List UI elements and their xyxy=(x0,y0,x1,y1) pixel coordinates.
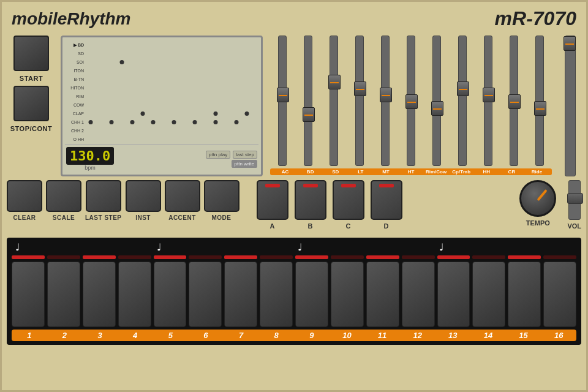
grid-cell[interactable] xyxy=(200,77,210,83)
grid-cell[interactable] xyxy=(138,94,148,100)
fader-rail-4[interactable] xyxy=(381,36,390,166)
grid-cell[interactable] xyxy=(169,128,179,134)
grid-cell[interactable] xyxy=(221,59,231,66)
grid-cell[interactable] xyxy=(179,59,189,66)
grid-cell[interactable] xyxy=(232,42,241,48)
step-pad-8[interactable] xyxy=(260,262,293,327)
grid-cell[interactable] xyxy=(242,119,252,126)
step-pad-6[interactable] xyxy=(189,262,222,327)
grid-cell[interactable] xyxy=(159,68,168,74)
grid-cell[interactable] xyxy=(138,68,148,74)
grid-cell[interactable] xyxy=(96,59,106,66)
grid-cell[interactable] xyxy=(148,85,158,91)
vol-slider-handle[interactable] xyxy=(567,193,583,204)
fader-thumb-6[interactable] xyxy=(431,101,443,116)
grid-cell[interactable] xyxy=(211,102,221,108)
grid-cell[interactable] xyxy=(107,128,116,134)
fader-rail-0[interactable] xyxy=(278,36,287,166)
grid-cell[interactable] xyxy=(211,42,221,48)
grid-cell[interactable] xyxy=(232,59,241,66)
grid-cell[interactable] xyxy=(138,102,148,108)
grid-cell[interactable] xyxy=(86,51,96,57)
mode-button[interactable] xyxy=(204,180,239,212)
grid-cell[interactable] xyxy=(159,59,168,66)
grid-cell[interactable] xyxy=(211,51,221,57)
grid-cell[interactable] xyxy=(242,128,252,134)
step-pad-5[interactable] xyxy=(154,262,187,327)
grid-cell[interactable] xyxy=(200,51,210,57)
fader-thumb-2[interactable] xyxy=(328,75,341,89)
grid-cell[interactable] xyxy=(117,119,127,126)
fader-thumb-5[interactable] xyxy=(405,94,418,109)
grid-cell[interactable] xyxy=(221,85,231,91)
step-pad-4[interactable] xyxy=(118,262,151,327)
grid-cell[interactable] xyxy=(200,102,210,108)
grid-cell[interactable] xyxy=(200,128,210,134)
fader-rail-1[interactable] xyxy=(304,36,312,166)
grid-cell[interactable] xyxy=(190,111,200,117)
grid-cell[interactable] xyxy=(179,94,189,100)
grid-cell[interactable] xyxy=(179,77,189,83)
grid-cell[interactable] xyxy=(190,128,200,134)
grid-cell[interactable] xyxy=(96,111,106,117)
grid-cell[interactable] xyxy=(211,77,221,83)
grid-cell[interactable] xyxy=(117,128,127,134)
grid-cell[interactable] xyxy=(127,94,137,100)
grid-cell[interactable] xyxy=(107,51,116,57)
fader-rail-6[interactable] xyxy=(432,36,441,166)
grid-cell[interactable] xyxy=(179,128,189,134)
grid-cell[interactable] xyxy=(200,85,210,91)
grid-cell[interactable] xyxy=(127,85,137,91)
grid-cell[interactable] xyxy=(232,111,241,117)
grid-cell[interactable] xyxy=(169,77,179,83)
grid-cell[interactable] xyxy=(242,102,252,108)
grid-cell[interactable] xyxy=(179,51,189,57)
grid-cell[interactable] xyxy=(200,68,210,74)
step-pad-10[interactable] xyxy=(331,262,364,327)
fader-thumb-9[interactable] xyxy=(508,94,521,109)
grid-cell[interactable] xyxy=(232,68,241,74)
step-pad-14[interactable] xyxy=(472,262,505,327)
grid-cell[interactable] xyxy=(242,111,252,117)
grid-cell[interactable] xyxy=(127,51,137,57)
grid-cell[interactable] xyxy=(200,111,210,117)
fader-rail-7[interactable] xyxy=(458,36,467,166)
fader-thumb-7[interactable] xyxy=(457,81,469,96)
fader-rail-2[interactable] xyxy=(330,36,338,166)
grid-cell[interactable] xyxy=(159,128,168,134)
grid-cell[interactable] xyxy=(138,128,148,134)
grid-cell[interactable] xyxy=(107,102,116,108)
grid-cell[interactable] xyxy=(127,102,137,108)
grid-cell[interactable] xyxy=(117,94,127,100)
grid-cell[interactable] xyxy=(232,77,241,83)
grid-cell[interactable] xyxy=(127,59,137,66)
step-pad-1[interactable] xyxy=(12,262,45,327)
grid-cell[interactable] xyxy=(190,94,200,100)
fader-rail-5[interactable] xyxy=(407,36,415,166)
grid-cell[interactable] xyxy=(107,68,116,74)
grid-cell[interactable] xyxy=(127,119,137,126)
grid-cell[interactable] xyxy=(107,59,116,66)
grid-cell[interactable] xyxy=(96,128,106,134)
grid-cell[interactable] xyxy=(148,42,158,48)
last-step-btn[interactable]: last step xyxy=(233,151,257,159)
grid-cell[interactable] xyxy=(96,68,106,74)
grid-cell[interactable] xyxy=(148,119,158,126)
pattern-b-knob[interactable] xyxy=(295,180,326,220)
grid-cell[interactable] xyxy=(190,137,200,143)
grid-cell[interactable] xyxy=(159,94,168,100)
pttn-write-btn[interactable]: pttn write xyxy=(232,160,257,168)
grid-cell[interactable] xyxy=(159,42,168,48)
grid-cell[interactable] xyxy=(86,94,96,100)
grid-cell[interactable] xyxy=(117,111,127,117)
grid-cell[interactable] xyxy=(232,102,241,108)
grid-cell[interactable] xyxy=(96,42,106,48)
fader-rail-10[interactable] xyxy=(535,36,544,166)
grid-cell[interactable] xyxy=(159,137,168,143)
grid-cell[interactable] xyxy=(117,102,127,108)
step-pad-9[interactable] xyxy=(295,262,328,327)
grid-cell[interactable] xyxy=(190,59,200,66)
grid-cell[interactable] xyxy=(117,137,127,143)
clear-button[interactable] xyxy=(7,180,42,212)
grid-cell[interactable] xyxy=(107,94,116,100)
